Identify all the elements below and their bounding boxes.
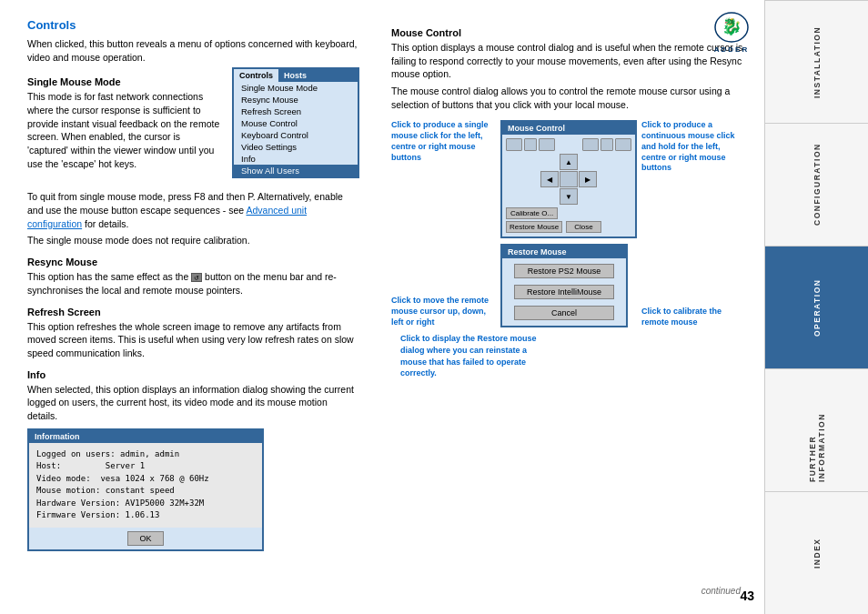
restore-mouse-button[interactable]: Restore Mouse [506, 221, 562, 233]
restore-annotation: Click to display the Restore mouse dialo… [400, 333, 546, 378]
sidebar: INSTALLATION CONFIGURATION OPERATION FUR… [764, 0, 868, 614]
single-mouse-mode-heading: Single Mouse Mode [27, 76, 223, 87]
info-dialog: Information Logged on users: admin, admi… [27, 428, 264, 551]
info-text: When selected, this option displays an i… [27, 383, 359, 423]
menu-tab-hosts[interactable]: Hosts [278, 69, 312, 82]
single-mouse-mode-p1: This mode is for fast network connection… [27, 90, 223, 170]
right-click-btn[interactable] [539, 138, 555, 151]
page-number: 43 [740, 589, 754, 603]
sidebar-tab-configuration[interactable]: CONFIGURATION [765, 123, 868, 246]
mouse-control-dialog-title: Mouse Control [502, 122, 635, 135]
left-click-btn[interactable] [506, 138, 522, 151]
sidebar-tab-operation[interactable]: OPERATION [765, 246, 868, 368]
menu-item-video[interactable]: Video Settings [234, 141, 358, 153]
resync-mouse-text: This option has the same effect as the ↺… [27, 270, 359, 297]
refresh-screen-heading: Refresh Screen [27, 307, 359, 317]
sidebar-tab-further[interactable]: FURTHER INFORMATION [765, 368, 868, 491]
arrow-down[interactable]: ▼ [560, 188, 578, 205]
adder-logo: 🐉 ADDER [713, 11, 750, 54]
restore-cancel-button[interactable]: Cancel [514, 306, 614, 320]
arrow-center [560, 171, 578, 187]
info-heading: Info [27, 369, 359, 380]
restore-mouse-dialog: Restore Mouse Restore PS2 Mouse Restore … [500, 244, 628, 327]
menu-item-show-users[interactable]: Show All Users [234, 165, 358, 176]
mouse-control-p2: The mouse control dialog allows you to c… [391, 85, 746, 111]
single-mouse-mode-p3: The single mouse mode does not require c… [27, 234, 359, 247]
controls-menu: Controls Hosts Single Mouse Mode Resync … [232, 67, 359, 178]
left-hold-btn[interactable] [582, 138, 599, 151]
menu-tab-controls[interactable]: Controls [234, 69, 278, 82]
menu-item-refresh[interactable]: Refresh Screen [234, 106, 358, 117]
mouse-control-p1: This option displays a mouse control dia… [391, 41, 746, 81]
restore-ps2-button[interactable]: Restore PS2 Mouse [514, 264, 614, 278]
center-click-btn[interactable] [524, 138, 537, 151]
brand-name: ADDER [713, 45, 750, 54]
intro-text: When clicked, this button reveals a menu… [27, 37, 359, 64]
right-hold-btn[interactable] [615, 138, 631, 151]
arrow-right[interactable]: ▶ [579, 171, 597, 187]
page-title: Controls [27, 18, 359, 32]
annotation-top-right: Click to produce a continuous mouse clic… [641, 120, 746, 173]
calibrate-button[interactable]: Calibrate O... [506, 207, 558, 219]
annotation-top-left: Click to produce a single mouse click fo… [391, 120, 496, 163]
mouse-control-heading: Mouse Control [391, 27, 746, 38]
mouse-control-dialog: Mouse Control [500, 120, 637, 238]
info-ok-button[interactable]: OK [127, 531, 163, 546]
menu-item-resync[interactable]: Resync Mouse [234, 94, 358, 106]
menu-item-info[interactable]: Info [234, 153, 358, 165]
arrow-up[interactable]: ▲ [560, 154, 578, 170]
single-mouse-mode-p2: To quit from single mouse mode, press F8… [27, 190, 359, 230]
annotation-bottom-left: Click to move the remote mouse cursor up… [391, 296, 496, 327]
arrow-left[interactable]: ◀ [540, 171, 559, 187]
restore-intelli-button[interactable]: Restore IntelliMouse [514, 285, 614, 299]
resync-mouse-heading: Resync Mouse [27, 257, 359, 267]
svg-text:🐉: 🐉 [722, 16, 742, 36]
sidebar-tab-index[interactable]: INDEX [765, 491, 868, 614]
menu-item-keyboard[interactable]: Keyboard Control [234, 129, 358, 141]
close-button[interactable]: Close [566, 221, 601, 233]
refresh-screen-text: This option refreshes the whole screen i… [27, 320, 359, 360]
annotation-bottom-right: Click to calibrate the remote mouse [641, 307, 746, 327]
menu-item-mouse-control[interactable]: Mouse Control [234, 117, 358, 129]
info-dialog-title: Information [29, 430, 262, 443]
info-dialog-body: Logged on users: admin, admin Host: Serv… [29, 443, 262, 528]
menu-item-single-mouse[interactable]: Single Mouse Mode [234, 82, 358, 94]
center-hold-btn[interactable] [601, 138, 613, 151]
sidebar-tab-installation[interactable]: INSTALLATION [765, 0, 868, 123]
restore-dialog-title: Restore Mouse [502, 246, 626, 258]
continued-text: continued [701, 586, 741, 596]
advanced-unit-link[interactable]: Advanced unit configuration [27, 205, 307, 229]
